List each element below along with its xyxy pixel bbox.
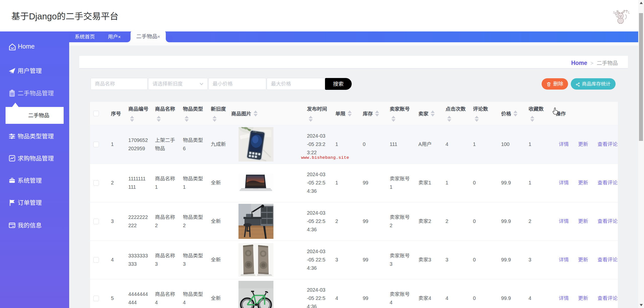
svg-text:??: ?? [623, 9, 628, 13]
